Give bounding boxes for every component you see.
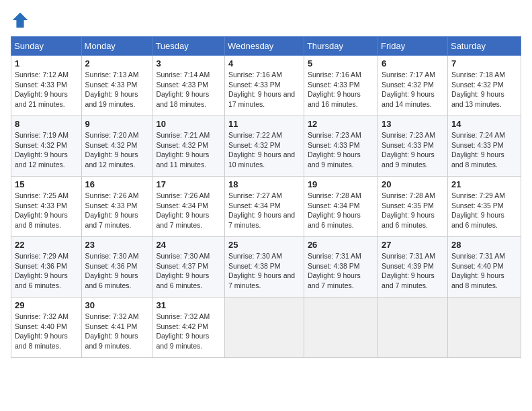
calendar-cell: 10 Sunrise: 7:21 AMSunset: 4:32 PMDaylig… [152, 116, 225, 177]
calendar-cell: 29 Sunrise: 7:32 AMSunset: 4:40 PMDaylig… [11, 298, 82, 358]
day-info: Sunrise: 7:32 AMSunset: 4:42 PMDaylight:… [156, 312, 210, 350]
calendar-week-1: 1 Sunrise: 7:12 AMSunset: 4:33 PMDayligh… [11, 56, 521, 116]
day-info: Sunrise: 7:30 AMSunset: 4:38 PMDaylight:… [228, 252, 295, 289]
weekday-friday: Friday [378, 37, 448, 56]
day-info: Sunrise: 7:21 AMSunset: 4:32 PMDaylight:… [156, 131, 210, 169]
day-info: Sunrise: 7:23 AMSunset: 4:33 PMDaylight:… [308, 131, 361, 169]
day-info: Sunrise: 7:17 AMSunset: 4:32 PMDaylight:… [382, 71, 435, 108]
day-number: 5 [308, 58, 374, 68]
calendar-cell: 24 Sunrise: 7:30 AMSunset: 4:37 PMDaylig… [152, 237, 225, 298]
calendar-week-3: 15 Sunrise: 7:25 AMSunset: 4:33 PMDaylig… [11, 177, 521, 237]
weekday-monday: Monday [81, 37, 152, 56]
calendar-cell: 31 Sunrise: 7:32 AMSunset: 4:42 PMDaylig… [152, 298, 225, 358]
calendar-cell [224, 298, 304, 358]
day-info: Sunrise: 7:31 AMSunset: 4:38 PMDaylight:… [308, 252, 361, 289]
day-info: Sunrise: 7:32 AMSunset: 4:41 PMDaylight:… [85, 312, 139, 350]
day-info: Sunrise: 7:29 AMSunset: 4:36 PMDaylight:… [15, 252, 69, 289]
logo [11, 11, 32, 30]
day-info: Sunrise: 7:12 AMSunset: 4:33 PMDaylight:… [15, 71, 69, 108]
day-number: 18 [228, 179, 300, 189]
calendar-cell: 19 Sunrise: 7:28 AMSunset: 4:34 PMDaylig… [304, 177, 378, 237]
day-number: 4 [228, 58, 300, 68]
calendar-cell: 8 Sunrise: 7:19 AMSunset: 4:32 PMDayligh… [11, 116, 82, 177]
day-info: Sunrise: 7:32 AMSunset: 4:40 PMDaylight:… [15, 312, 69, 350]
calendar-week-2: 8 Sunrise: 7:19 AMSunset: 4:32 PMDayligh… [11, 116, 521, 177]
day-info: Sunrise: 7:20 AMSunset: 4:32 PMDaylight:… [85, 131, 139, 169]
day-number: 14 [451, 119, 517, 129]
day-number: 24 [156, 240, 221, 250]
day-number: 30 [85, 300, 149, 310]
day-number: 21 [451, 179, 517, 189]
day-number: 12 [308, 119, 374, 129]
day-info: Sunrise: 7:14 AMSunset: 4:33 PMDaylight:… [156, 71, 210, 108]
day-number: 2 [85, 58, 149, 68]
day-info: Sunrise: 7:30 AMSunset: 4:37 PMDaylight:… [156, 252, 210, 289]
calendar-cell [447, 298, 521, 358]
calendar-cell: 23 Sunrise: 7:30 AMSunset: 4:36 PMDaylig… [81, 237, 152, 298]
day-number: 13 [382, 119, 444, 129]
svg-marker-1 [13, 13, 28, 28]
calendar-cell: 26 Sunrise: 7:31 AMSunset: 4:38 PMDaylig… [304, 237, 378, 298]
logo-icon [11, 11, 30, 30]
calendar-cell: 6 Sunrise: 7:17 AMSunset: 4:32 PMDayligh… [378, 56, 448, 116]
weekday-sunday: Sunday [11, 37, 82, 56]
calendar-cell: 20 Sunrise: 7:28 AMSunset: 4:35 PMDaylig… [378, 177, 448, 237]
day-number: 15 [15, 179, 78, 189]
calendar-cell: 15 Sunrise: 7:25 AMSunset: 4:33 PMDaylig… [11, 177, 82, 237]
day-info: Sunrise: 7:26 AMSunset: 4:33 PMDaylight:… [85, 191, 139, 229]
calendar-cell: 17 Sunrise: 7:26 AMSunset: 4:34 PMDaylig… [152, 177, 225, 237]
calendar-cell: 4 Sunrise: 7:16 AMSunset: 4:33 PMDayligh… [224, 56, 304, 116]
calendar-cell: 7 Sunrise: 7:18 AMSunset: 4:32 PMDayligh… [447, 56, 521, 116]
weekday-tuesday: Tuesday [152, 37, 225, 56]
calendar-cell: 9 Sunrise: 7:20 AMSunset: 4:32 PMDayligh… [81, 116, 152, 177]
calendar-cell: 27 Sunrise: 7:31 AMSunset: 4:39 PMDaylig… [378, 237, 448, 298]
calendar-cell: 28 Sunrise: 7:31 AMSunset: 4:40 PMDaylig… [447, 237, 521, 298]
day-info: Sunrise: 7:16 AMSunset: 4:33 PMDaylight:… [228, 71, 295, 108]
calendar-cell [304, 298, 378, 358]
weekday-wednesday: Wednesday [224, 37, 304, 56]
day-info: Sunrise: 7:28 AMSunset: 4:34 PMDaylight:… [308, 191, 361, 229]
day-number: 6 [382, 58, 444, 68]
calendar-cell: 14 Sunrise: 7:24 AMSunset: 4:33 PMDaylig… [447, 116, 521, 177]
day-info: Sunrise: 7:25 AMSunset: 4:33 PMDaylight:… [15, 191, 69, 229]
page-header [11, 11, 521, 30]
day-info: Sunrise: 7:23 AMSunset: 4:33 PMDaylight:… [382, 131, 435, 169]
calendar-table: SundayMondayTuesdayWednesdayThursdayFrid… [11, 36, 521, 358]
day-number: 8 [15, 119, 78, 129]
calendar-cell [378, 298, 448, 358]
day-number: 11 [228, 119, 300, 129]
day-number: 17 [156, 179, 221, 189]
calendar-body: 1 Sunrise: 7:12 AMSunset: 4:33 PMDayligh… [11, 56, 521, 358]
day-number: 19 [308, 179, 374, 189]
calendar-cell: 25 Sunrise: 7:30 AMSunset: 4:38 PMDaylig… [224, 237, 304, 298]
day-number: 22 [15, 240, 78, 250]
day-number: 20 [382, 179, 444, 189]
day-info: Sunrise: 7:29 AMSunset: 4:35 PMDaylight:… [451, 191, 505, 229]
day-info: Sunrise: 7:27 AMSunset: 4:34 PMDaylight:… [228, 191, 295, 229]
calendar-week-4: 22 Sunrise: 7:29 AMSunset: 4:36 PMDaylig… [11, 237, 521, 298]
day-number: 9 [85, 119, 149, 129]
day-number: 27 [382, 240, 444, 250]
day-info: Sunrise: 7:19 AMSunset: 4:32 PMDaylight:… [15, 131, 69, 169]
calendar-cell: 16 Sunrise: 7:26 AMSunset: 4:33 PMDaylig… [81, 177, 152, 237]
calendar-cell: 30 Sunrise: 7:32 AMSunset: 4:41 PMDaylig… [81, 298, 152, 358]
calendar-week-5: 29 Sunrise: 7:32 AMSunset: 4:40 PMDaylig… [11, 298, 521, 358]
weekday-saturday: Saturday [447, 37, 521, 56]
calendar-cell: 1 Sunrise: 7:12 AMSunset: 4:33 PMDayligh… [11, 56, 82, 116]
day-number: 3 [156, 58, 221, 68]
calendar-cell: 18 Sunrise: 7:27 AMSunset: 4:34 PMDaylig… [224, 177, 304, 237]
calendar-cell: 3 Sunrise: 7:14 AMSunset: 4:33 PMDayligh… [152, 56, 225, 116]
day-info: Sunrise: 7:18 AMSunset: 4:32 PMDaylight:… [451, 71, 505, 108]
day-info: Sunrise: 7:30 AMSunset: 4:36 PMDaylight:… [85, 252, 139, 289]
weekday-header-row: SundayMondayTuesdayWednesdayThursdayFrid… [11, 37, 521, 56]
day-info: Sunrise: 7:16 AMSunset: 4:33 PMDaylight:… [308, 71, 361, 108]
day-info: Sunrise: 7:26 AMSunset: 4:34 PMDaylight:… [156, 191, 210, 229]
day-info: Sunrise: 7:13 AMSunset: 4:33 PMDaylight:… [85, 71, 139, 108]
day-info: Sunrise: 7:24 AMSunset: 4:33 PMDaylight:… [451, 131, 505, 169]
calendar-cell: 5 Sunrise: 7:16 AMSunset: 4:33 PMDayligh… [304, 56, 378, 116]
day-number: 10 [156, 119, 221, 129]
day-number: 16 [85, 179, 149, 189]
day-number: 1 [15, 58, 78, 68]
calendar-cell: 22 Sunrise: 7:29 AMSunset: 4:36 PMDaylig… [11, 237, 82, 298]
calendar-cell: 11 Sunrise: 7:22 AMSunset: 4:32 PMDaylig… [224, 116, 304, 177]
